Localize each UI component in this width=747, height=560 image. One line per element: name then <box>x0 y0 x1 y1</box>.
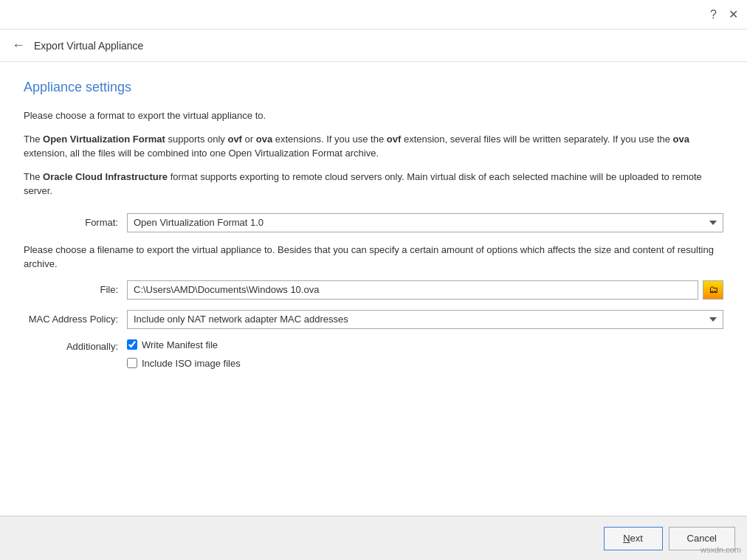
format-row: Format: Open Virtualization Format 1.0 O… <box>24 213 723 232</box>
include-iso-label[interactable]: Include ISO image files <box>142 358 241 369</box>
title-bar: ? ✕ <box>0 0 747 30</box>
write-manifest-checkbox[interactable] <box>127 339 137 350</box>
title-bar-icons: ? ✕ <box>710 9 738 21</box>
mac-policy-label: MAC Address Policy: <box>24 314 127 325</box>
footer: Next Cancel <box>0 516 747 560</box>
file-label: File: <box>24 284 127 295</box>
close-icon[interactable]: ✕ <box>729 9 738 21</box>
format-select[interactable]: Open Virtualization Format 1.0 Open Virt… <box>127 213 723 232</box>
back-button[interactable]: ← <box>12 38 25 53</box>
mac-policy-row: MAC Address Policy: Include only NAT net… <box>24 310 723 329</box>
ovf-ext-bold2: ovf <box>387 134 402 145</box>
section-heading: Appliance settings <box>24 80 723 95</box>
next-button[interactable]: Next <box>604 527 663 550</box>
description-4: Please choose a filename to export the v… <box>24 243 723 272</box>
description-1: Please choose a format to export the vir… <box>24 108 723 123</box>
checkboxes-wrapper: Write Manifest file Include ISO image fi… <box>127 339 241 369</box>
main-content: Appliance settings Please choose a forma… <box>0 62 747 516</box>
file-input[interactable] <box>127 280 698 300</box>
description-3: The Oracle Cloud Infrastructure format s… <box>24 170 723 198</box>
file-input-row: 🗂 <box>127 280 723 300</box>
oci-bold: Oracle Cloud Infrastructure <box>43 171 168 182</box>
form-section: Format: Open Virtualization Format 1.0 O… <box>24 213 723 232</box>
file-control: 🗂 <box>127 280 723 300</box>
ova-ext-bold: ova <box>256 134 272 145</box>
include-iso-checkbox[interactable] <box>127 358 137 368</box>
watermark: wsxdn.com <box>700 545 741 554</box>
format-control: Open Virtualization Format 1.0 Open Virt… <box>127 213 723 232</box>
include-iso-row: Include ISO image files <box>127 358 241 369</box>
format-label: Format: <box>24 217 127 228</box>
mac-policy-select[interactable]: Include only NAT network adapter MAC add… <box>127 310 723 329</box>
folder-icon: 🗂 <box>709 284 718 295</box>
file-browse-button[interactable]: 🗂 <box>703 280 723 300</box>
ovf-ext-bold: ovf <box>227 134 242 145</box>
ova-ext-bold2: ova <box>673 134 689 145</box>
file-row: File: 🗂 <box>24 280 723 300</box>
write-manifest-row: Write Manifest file <box>127 339 241 350</box>
page-title: Export Virtual Appliance <box>34 40 143 52</box>
nav-bar: ← Export Virtual Appliance <box>0 30 747 62</box>
write-manifest-label[interactable]: Write Manifest file <box>142 339 218 350</box>
mac-policy-control: Include only NAT network adapter MAC add… <box>127 310 723 329</box>
additionally-row: Additionally: Write Manifest file Includ… <box>24 339 723 369</box>
help-icon[interactable]: ? <box>710 9 717 21</box>
description-2: The Open Virtualization Format supports … <box>24 132 723 161</box>
additionally-label: Additionally: <box>24 339 127 352</box>
ovf-bold: Open Virtualization Format <box>43 134 165 145</box>
